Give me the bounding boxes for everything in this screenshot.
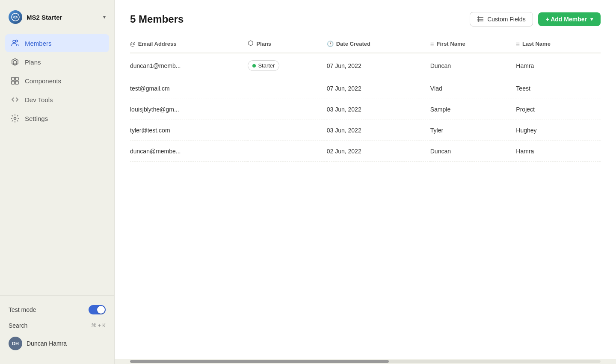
member-last-name: Hughey (516, 120, 601, 141)
scrollbar-track (130, 360, 601, 363)
member-first-name: Tyler (430, 120, 516, 141)
member-first-name: Duncan (430, 141, 516, 162)
search-label: Search (9, 322, 27, 329)
add-member-label: + Add Member (546, 16, 587, 23)
members-table-container[interactable]: @ Email Address Plans (115, 35, 616, 359)
svg-rect-8 (15, 81, 18, 84)
member-email: louisjblythe@gm... (130, 99, 248, 120)
svg-marker-14 (249, 41, 253, 46)
avatar-initials: DH (12, 341, 19, 346)
members-icon (10, 38, 20, 48)
member-plan: Starter (248, 53, 326, 78)
member-date: 03 Jun, 2022 (327, 99, 430, 120)
header-actions: Custom Fields + Add Member ▾ (470, 12, 601, 26)
member-last-name: Hamra (516, 53, 601, 78)
member-first-name: Duncan (430, 53, 516, 78)
member-date: 02 Jun, 2022 (327, 141, 430, 162)
table-row[interactable]: louisjblythe@gm... 03 Jun, 2022 Sample P… (130, 99, 601, 120)
app-title: MS2 Starter (27, 14, 99, 21)
last-name-col-label: Last Name (522, 41, 551, 47)
sidebar-item-members[interactable]: Members (5, 34, 109, 52)
member-date: 07 Jun, 2022 (327, 53, 430, 78)
member-email: test@gmail.cm (130, 78, 248, 99)
search-shortcut: ⌘ + K (91, 323, 106, 329)
member-last-name: Project (516, 99, 601, 120)
sidebar-item-components[interactable]: Components (5, 72, 109, 90)
member-plan (248, 141, 326, 162)
member-email: duncan@membe... (130, 141, 248, 162)
custom-fields-button[interactable]: Custom Fields (470, 12, 533, 26)
svg-point-9 (14, 117, 16, 120)
col-email: @ Email Address (130, 35, 248, 53)
col-first-name: ≡ First Name (430, 35, 516, 53)
col-date-created: 🕐 Date Created (327, 35, 430, 53)
dev-tools-icon (10, 95, 20, 104)
table-row[interactable]: duncan1@memb... Starter 07 Jun, 2022 Dun… (130, 53, 601, 78)
test-mode-label: Test mode (9, 306, 36, 313)
svg-marker-4 (13, 60, 17, 65)
sidebar-item-plans[interactable]: Plans (5, 53, 109, 71)
member-plan (248, 99, 326, 120)
plan-dot (252, 64, 256, 68)
svg-rect-6 (15, 77, 18, 80)
members-tbody: duncan1@memb... Starter 07 Jun, 2022 Dun… (130, 53, 601, 162)
plans-col-label: Plans (256, 41, 271, 47)
svg-rect-5 (12, 77, 15, 80)
app-header[interactable]: MS2 Starter ▾ (0, 7, 114, 32)
search-row[interactable]: Search ⌘ + K (9, 319, 106, 332)
settings-icon (10, 114, 20, 123)
plans-col-icon (248, 40, 254, 47)
toggle-knob (97, 306, 105, 314)
date-col-label: Date Created (336, 41, 370, 47)
first-name-col-label: First Name (437, 41, 465, 47)
svg-rect-7 (12, 81, 15, 84)
horizontal-scrollbar[interactable] (115, 359, 616, 364)
col-last-name: ≡ Last Name (516, 35, 601, 53)
chevron-down-icon: ▾ (103, 14, 106, 20)
sidebar-item-dev-tools-label: Dev Tools (25, 96, 53, 103)
member-last-name: Hamra (516, 141, 601, 162)
main-header: 5 Members Custom Fields + Add Member ▾ (115, 0, 616, 35)
sidebar-item-dev-tools[interactable]: Dev Tools (5, 91, 109, 109)
sidebar: MS2 Starter ▾ Members (0, 0, 115, 364)
member-last-name: Teest (516, 78, 601, 99)
table-header-row: @ Email Address Plans (130, 35, 601, 53)
scrollbar-thumb (130, 360, 389, 363)
table-row[interactable]: test@gmail.cm 07 Jun, 2022 Vlad Teest (130, 78, 601, 99)
email-col-icon: @ (130, 41, 136, 47)
add-member-button[interactable]: + Add Member ▾ (538, 12, 601, 26)
email-col-label: Email Address (138, 41, 177, 47)
test-mode-row: Test mode (9, 301, 106, 319)
member-date: 03 Jun, 2022 (327, 120, 430, 141)
user-row[interactable]: DH Duncan Hamra (9, 332, 106, 352)
avatar: DH (9, 337, 22, 350)
add-member-chevron-icon: ▾ (590, 16, 593, 22)
member-first-name: Sample (430, 99, 516, 120)
plans-icon (10, 57, 20, 67)
member-email: duncan1@memb... (130, 53, 248, 78)
plan-badge: Starter (248, 60, 279, 71)
col-plans: Plans (248, 35, 326, 53)
user-name: Duncan Hamra (27, 340, 67, 347)
plan-label: Starter (258, 62, 275, 69)
sidebar-item-plans-label: Plans (25, 59, 41, 66)
page-title: 5 Members (130, 13, 184, 25)
member-first-name: Vlad (430, 78, 516, 99)
custom-fields-label: Custom Fields (487, 16, 525, 23)
date-col-icon: 🕐 (327, 41, 334, 47)
table-row[interactable]: tyler@test.com 03 Jun, 2022 Tyler Hughey (130, 120, 601, 141)
svg-point-1 (13, 40, 15, 43)
members-table: @ Email Address Plans (130, 35, 601, 162)
table-row[interactable]: duncan@membe... 02 Jun, 2022 Duncan Hamr… (130, 141, 601, 162)
main-nav: Members Plans Components (0, 32, 114, 295)
last-name-col-icon: ≡ (516, 40, 520, 47)
app-logo (9, 10, 22, 24)
sidebar-item-settings[interactable]: Settings (5, 109, 109, 127)
sidebar-item-members-label: Members (25, 40, 52, 47)
test-mode-toggle[interactable] (89, 305, 106, 314)
components-icon (10, 76, 20, 85)
svg-point-0 (12, 13, 19, 21)
member-date: 07 Jun, 2022 (327, 78, 430, 99)
first-name-col-icon: ≡ (430, 40, 434, 47)
svg-point-2 (16, 40, 18, 42)
